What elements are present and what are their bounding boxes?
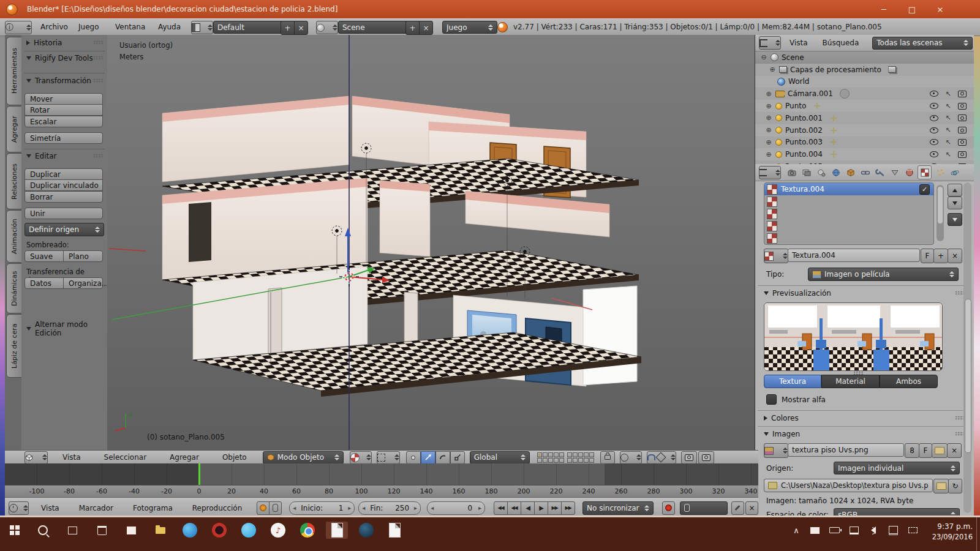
start-button[interactable] xyxy=(6,522,23,539)
photos-icon[interactable] xyxy=(123,522,140,539)
panel-editar[interactable]: Editar xyxy=(26,152,57,160)
tab-render-layers-icon[interactable] xyxy=(800,166,813,179)
texture-slot-up-button[interactable] xyxy=(948,184,962,197)
renderable-camera-icon[interactable] xyxy=(958,114,967,121)
outliner-row-punto-001[interactable]: ⊕ Punto.001 ↖ xyxy=(755,112,974,124)
tab-animacion[interactable]: Animación xyxy=(6,210,22,263)
opengl-render-button[interactable] xyxy=(681,451,697,464)
itunes-icon[interactable]: ♪ xyxy=(270,522,287,539)
snap-button[interactable] xyxy=(647,451,676,464)
organiza-button[interactable]: Organiza... xyxy=(63,277,103,289)
expand-icon[interactable]: ⊕ xyxy=(765,138,772,146)
outliner-menu-vista[interactable]: Vista xyxy=(783,39,814,47)
texture-slot[interactable] xyxy=(764,220,933,232)
layout-delete-button[interactable]: × xyxy=(294,21,308,35)
timeline-editor-type-button[interactable] xyxy=(9,501,29,515)
menu-archivo[interactable]: Archivo xyxy=(34,23,74,31)
expand-icon[interactable]: ⊕ xyxy=(765,151,772,159)
rotate-manipulator-button[interactable] xyxy=(435,451,450,464)
collapse-icon[interactable]: ⊖ xyxy=(760,53,767,61)
image-browse-button[interactable] xyxy=(764,443,788,458)
outliner-row-render-layers[interactable]: ⊕ Capas de procesamiento xyxy=(755,64,974,76)
tab-data-icon[interactable] xyxy=(888,166,901,179)
shading-mode-button[interactable] xyxy=(350,451,372,464)
simetria-button[interactable]: Simetría xyxy=(24,132,103,144)
play-reverse-button[interactable]: ◀ xyxy=(521,501,535,515)
selectable-arrow-icon[interactable]: ↖ xyxy=(944,114,952,122)
texture-slot-selected[interactable]: Textura.004 ✓ xyxy=(764,183,933,195)
tab-particles-icon[interactable] xyxy=(933,166,946,179)
increment-icon[interactable]: ▸ xyxy=(414,504,417,511)
outliner-row-scene[interactable]: ⊖ Scene xyxy=(755,51,974,64)
borrar-button[interactable]: Borrar xyxy=(24,191,103,203)
timeline-menu-fotograma[interactable]: Fotograma xyxy=(127,504,179,512)
tab-texture-icon[interactable] xyxy=(918,165,932,179)
notes-icon[interactable] xyxy=(884,522,902,539)
tray-chevron-icon[interactable]: ∧ xyxy=(788,522,805,539)
increment-icon[interactable]: ▸ xyxy=(478,504,481,511)
unlink-texture-button[interactable]: × xyxy=(948,249,962,263)
tab-render-icon[interactable] xyxy=(785,166,798,179)
scene-add-button[interactable]: + xyxy=(405,21,420,35)
rotar-button[interactable]: Rotar xyxy=(24,104,103,116)
reload-image-button[interactable]: ↻ xyxy=(948,479,962,493)
keying-set-field[interactable] xyxy=(680,501,728,515)
tab-agregar[interactable]: Agregar xyxy=(6,106,22,152)
panel-grip[interactable] xyxy=(93,56,104,60)
manipulator-toggle-button[interactable] xyxy=(406,451,421,464)
texture-slot[interactable] xyxy=(764,195,933,208)
selectable-arrow-icon[interactable]: ↖ xyxy=(944,102,952,110)
image-fake-user-button[interactable]: F xyxy=(919,443,932,458)
image-path-field[interactable]: C:\Users\Naza\Desktop\textura piso Uvs.p… xyxy=(764,479,933,492)
tab-physics-icon[interactable] xyxy=(948,166,961,179)
outliner-editor-type-button[interactable] xyxy=(759,36,781,50)
increment-icon[interactable]: ▸ xyxy=(348,504,351,511)
duplicar-vinculado-button[interactable]: Duplicar vinculado xyxy=(24,179,103,191)
panel-rigify[interactable]: Rigify Dev Tools xyxy=(26,54,93,62)
properties-editor-type-button[interactable] xyxy=(759,166,781,179)
visibility-eye-icon[interactable] xyxy=(930,127,938,133)
chrome-icon[interactable] xyxy=(299,522,316,539)
texture-list-scrollbar[interactable] xyxy=(937,185,944,241)
view-menu-objeto[interactable]: Objeto xyxy=(216,453,253,462)
menu-juego[interactable]: Juego xyxy=(72,23,105,31)
scene-selector-icon-button[interactable] xyxy=(316,21,338,34)
browse-path-button[interactable] xyxy=(933,479,949,493)
fin-field[interactable]: ◂ Fin: 250 ▸ xyxy=(358,501,421,515)
tab-material-icon[interactable] xyxy=(903,166,916,179)
task-view-icon[interactable] xyxy=(64,522,81,539)
expand-icon[interactable]: ⊕ xyxy=(765,90,772,98)
visibility-eye-icon[interactable] xyxy=(930,151,938,157)
view-menu-seleccionar[interactable]: Seleccionar xyxy=(98,453,153,462)
delete-keyframe-button[interactable]: × xyxy=(745,501,758,515)
texture-slot-down-button[interactable] xyxy=(948,197,962,209)
tab-dinamicas[interactable]: Dinámicas xyxy=(6,263,22,313)
layers-widget[interactable] xyxy=(537,452,594,463)
fake-user-button[interactable]: F xyxy=(921,249,934,263)
insert-keyframe-button[interactable] xyxy=(731,501,744,515)
active-app-document-icon[interactable] xyxy=(326,522,348,539)
tab-object-icon[interactable] xyxy=(844,166,857,179)
prev-keyframe-button[interactable]: ◀◀ xyxy=(507,501,521,515)
tab-scene-icon[interactable] xyxy=(815,166,827,179)
tab-modifiers-icon[interactable] xyxy=(873,166,886,179)
tipo-select[interactable]: Imagen o película xyxy=(808,268,959,281)
opengl-render-anim-button[interactable] xyxy=(698,451,714,464)
texture-specials-button[interactable] xyxy=(948,213,962,226)
unlink-image-button[interactable]: × xyxy=(947,443,962,458)
outliner-row-punto-004[interactable]: ⊕ Punto.004 ↖ xyxy=(755,148,974,160)
origen-select[interactable]: Imagen individual xyxy=(834,462,960,474)
image-name-field[interactable]: textura piso Uvs.png xyxy=(788,443,904,457)
jump-to-start-button[interactable]: ◀◀ xyxy=(494,501,508,515)
definir-origen-select[interactable]: Definir origen xyxy=(24,223,104,236)
renderable-camera-icon[interactable] xyxy=(958,127,967,133)
outliner-row-punto-002[interactable]: ⊕ Punto.002 ↖ xyxy=(755,124,974,137)
minimize-button[interactable]: ─ xyxy=(870,0,898,18)
outliner-row-punto[interactable]: ⊕ Punto ↖ xyxy=(755,100,974,112)
playhead[interactable] xyxy=(198,463,200,485)
new-texture-button[interactable]: + xyxy=(933,249,948,263)
selectable-arrow-icon[interactable]: ↖ xyxy=(944,138,952,146)
visibility-eye-icon[interactable] xyxy=(930,115,938,121)
open-image-button[interactable] xyxy=(932,443,948,458)
decrement-icon[interactable]: ◂ xyxy=(293,504,296,511)
